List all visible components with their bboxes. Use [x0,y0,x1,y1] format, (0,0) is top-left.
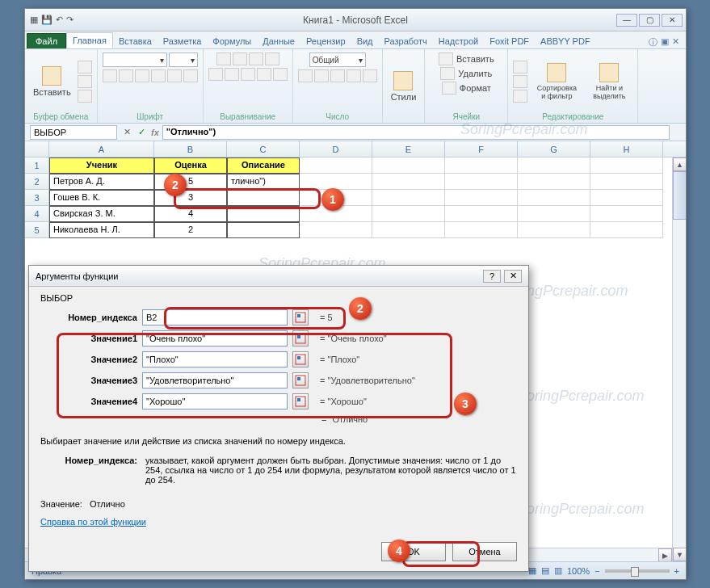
arg-input-index[interactable] [142,309,288,326]
cell[interactable] [445,222,518,238]
tab-developer[interactable]: Разработч [379,34,433,48]
currency-button[interactable] [298,69,313,82]
insert-cells-icon[interactable] [439,52,453,65]
cell[interactable] [300,190,372,206]
font-color-button[interactable] [183,69,198,82]
col-header[interactable]: F [445,141,518,157]
tab-formulas[interactable]: Формулы [207,34,257,48]
cell[interactable]: 3 [154,190,227,206]
orientation[interactable] [265,52,279,65]
col-header[interactable]: H [590,141,663,157]
autosum-icon[interactable] [513,61,527,74]
range-selector-icon[interactable] [292,372,309,388]
zoom-in-button[interactable]: + [674,566,679,576]
col-header[interactable]: D [300,141,372,157]
cell[interactable] [372,174,445,190]
ribbon-minimize-icon[interactable]: ▣ [661,36,669,48]
cancel-edit-icon[interactable]: ✕ [120,126,133,139]
tab-layout[interactable]: Разметка [158,34,208,48]
inc-decimal[interactable] [347,69,361,82]
cell[interactable]: 2 [154,222,227,238]
row-header[interactable]: 1 [25,158,49,174]
col-header[interactable]: B [154,141,227,157]
cell[interactable] [300,206,372,222]
cell[interactable] [590,190,663,206]
col-header[interactable]: A [49,141,154,157]
clear-icon[interactable] [513,90,527,103]
format-painter-icon[interactable] [78,90,92,103]
col-header[interactable]: E [372,141,445,157]
row-header[interactable]: 5 [25,222,49,238]
cell[interactable] [445,206,518,222]
zoom-level[interactable]: 100% [567,566,590,576]
range-selector-icon[interactable] [292,351,309,368]
col-header[interactable]: G [518,141,590,157]
cell[interactable] [590,158,663,174]
number-format-select[interactable]: Общий▾ [309,52,366,67]
cell[interactable]: Петров А. Д. [49,174,154,190]
copy-icon[interactable] [78,75,92,88]
select-all-corner[interactable] [25,141,49,157]
zoom-out-button[interactable]: − [594,566,599,576]
cell[interactable] [227,190,300,206]
border-button[interactable] [151,69,166,82]
align-left[interactable] [208,68,223,81]
font-name-select[interactable]: ▾ [103,52,167,67]
minimize-button[interactable]: — [616,14,637,27]
dialog-help-button[interactable]: ? [483,270,501,283]
row-header[interactable]: 4 [25,206,49,222]
file-tab[interactable]: Файл [27,33,66,48]
scroll-thumb[interactable] [673,171,686,220]
tab-view[interactable]: Вид [351,34,379,48]
cell[interactable] [300,158,372,174]
italic-button[interactable] [119,69,133,82]
align-right[interactable] [241,68,255,81]
scroll-up-icon[interactable]: ▲ [673,158,686,171]
comma-button[interactable] [330,69,345,82]
dialog-close-button[interactable]: ✕ [504,270,522,283]
view-normal-icon[interactable]: ▦ [528,565,536,576]
tab-addins[interactable]: Надстрой [433,34,484,48]
cell[interactable] [445,190,518,206]
underline-button[interactable] [135,69,149,82]
cell[interactable] [590,174,663,190]
row-header[interactable]: 2 [25,174,49,190]
formula-bar[interactable]: "Отлично") [162,125,670,140]
cell[interactable] [590,222,663,238]
indent-dec[interactable] [257,68,271,81]
ok-button[interactable]: OK [381,542,446,561]
bold-button[interactable] [103,69,117,82]
ribbon-close-icon[interactable]: ✕ [672,36,679,48]
zoom-slider[interactable] [605,569,670,573]
cell[interactable] [227,206,300,222]
cancel-button[interactable]: Отмена [452,542,517,561]
arg-input-value1[interactable] [142,330,288,346]
tab-insert[interactable]: Вставка [113,34,158,48]
tab-data[interactable]: Данные [257,34,300,48]
dialog-titlebar[interactable]: Аргументы функции ? ✕ [29,266,528,287]
range-selector-icon[interactable] [292,393,309,410]
maximize-button[interactable]: ▢ [639,14,660,27]
tab-abbyy[interactable]: ABBYY PDF [535,34,596,48]
paste-button[interactable]: Вставить [30,65,74,99]
undo-icon[interactable]: ↶ [56,15,63,25]
tab-foxit[interactable]: Foxit PDF [484,34,535,48]
percent-button[interactable] [314,69,329,82]
cell[interactable] [518,206,590,222]
fx-icon[interactable]: fx [151,128,159,137]
cell[interactable] [445,174,518,190]
cell[interactable]: 5 [154,174,227,190]
styles-button[interactable]: Стили [388,69,420,103]
cell[interactable]: тлично") [227,174,300,190]
cell[interactable]: Ученик [49,158,154,174]
align-top[interactable] [216,52,231,65]
close-button[interactable]: ✕ [662,14,683,27]
cell[interactable] [300,174,372,190]
view-pagebreak-icon[interactable]: ▥ [554,565,562,576]
cell[interactable]: Оценка [154,158,227,174]
view-layout-icon[interactable]: ▤ [541,565,549,576]
cell[interactable] [590,206,663,222]
align-bottom[interactable] [249,52,263,65]
scroll-down-icon[interactable]: ▼ [673,548,686,561]
cell[interactable]: Гошев В. К. [49,190,154,206]
